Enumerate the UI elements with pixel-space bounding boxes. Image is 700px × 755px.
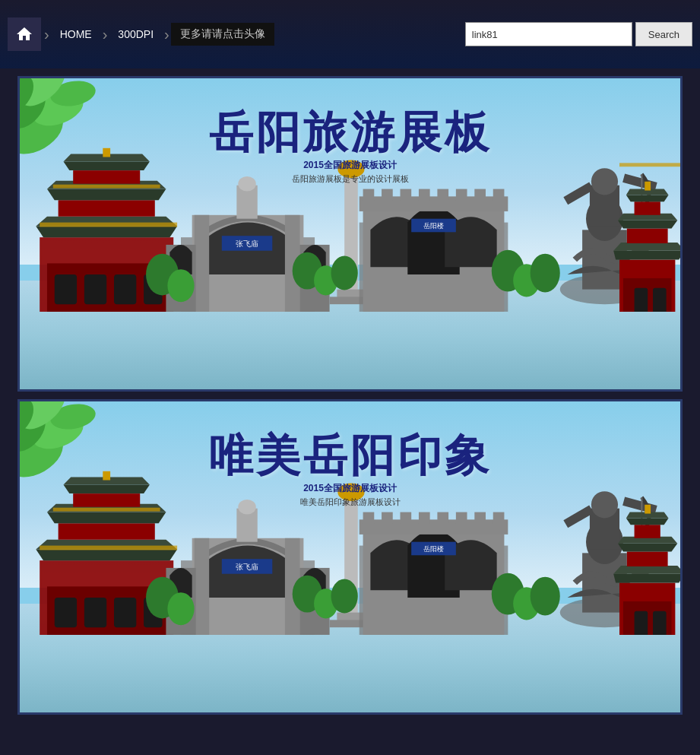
- nav-item-dpi[interactable]: 300DPI: [109, 24, 163, 45]
- svg-rect-101: [40, 545, 177, 550]
- svg-rect-150: [645, 505, 651, 514]
- svg-rect-17: [73, 170, 140, 184]
- svg-rect-123: [419, 512, 430, 523]
- svg-rect-105: [195, 538, 210, 635]
- svg-marker-143: [613, 566, 680, 574]
- banner-subtitle-1: 2015全国旅游展板设计 岳阳旅游展板是专业的设计展板: [292, 159, 409, 185]
- svg-rect-64: [627, 228, 668, 243]
- banner-subtitle-2: 2015全国旅游展板设计 唯美岳阳印象旅游展板设计: [300, 482, 401, 508]
- nav-item-home[interactable]: HOME: [51, 24, 101, 45]
- svg-rect-89: [84, 598, 106, 627]
- svg-rect-94: [59, 523, 155, 540]
- svg-rect-88: [55, 598, 77, 627]
- svg-rect-102: [53, 508, 160, 512]
- svg-rect-135: [563, 505, 594, 528]
- svg-rect-122: [401, 512, 412, 523]
- banner-title-1: 岳阳旅游展板: [209, 103, 492, 163]
- svg-marker-98: [63, 484, 149, 493]
- chevron-2-icon: ›: [103, 26, 108, 43]
- svg-marker-145: [618, 543, 677, 551]
- svg-rect-90: [114, 598, 136, 627]
- svg-rect-46: [474, 189, 486, 200]
- top-navigation: › HOME › 300DPI › 更多请请点击头像 Search: [0, 0, 700, 68]
- svg-rect-44: [437, 189, 448, 200]
- svg-rect-41: [382, 189, 393, 200]
- svg-rect-45: [456, 189, 467, 200]
- svg-marker-148: [626, 518, 669, 525]
- svg-rect-9: [84, 274, 106, 304]
- svg-rect-43: [419, 189, 430, 200]
- main-content: 张飞庙: [0, 68, 700, 755]
- svg-point-155: [331, 579, 358, 613]
- svg-rect-14: [59, 200, 155, 217]
- svg-rect-42: [401, 189, 412, 200]
- svg-rect-60: [635, 287, 648, 311]
- svg-rect-22: [53, 185, 160, 189]
- chevron-1-icon: ›: [44, 26, 49, 43]
- svg-point-152: [167, 592, 194, 625]
- svg-rect-21: [40, 222, 177, 227]
- svg-text:张飞庙: 张飞庙: [236, 563, 258, 571]
- svg-rect-125: [456, 512, 467, 523]
- svg-marker-18: [63, 161, 149, 170]
- banner-title-2: 唯美岳阳印象: [209, 427, 492, 486]
- search-area: Search: [465, 22, 692, 46]
- svg-text:岳阳楼: 岳阳楼: [423, 222, 444, 230]
- svg-marker-95: [47, 512, 166, 523]
- svg-rect-8: [55, 274, 77, 304]
- svg-rect-141: [653, 611, 667, 634]
- search-input[interactable]: [465, 22, 632, 46]
- svg-point-73: [167, 269, 194, 302]
- svg-point-30: [238, 176, 255, 192]
- svg-rect-61: [653, 287, 667, 311]
- svg-marker-92: [36, 549, 177, 560]
- home-icon: [15, 25, 33, 43]
- banner-card-2: 张飞庙: [17, 399, 683, 715]
- svg-rect-71: [619, 163, 680, 167]
- foliage-top-left-2: [17, 399, 111, 485]
- svg-marker-142: [613, 574, 680, 583]
- svg-rect-10: [114, 274, 136, 304]
- svg-rect-67: [635, 201, 660, 215]
- svg-marker-68: [626, 195, 669, 201]
- svg-rect-25: [195, 215, 210, 312]
- banner-card-1: 张飞庙: [17, 76, 683, 392]
- svg-text:张飞庙: 张飞庙: [236, 240, 258, 248]
- svg-text:岳阳楼: 岳阳楼: [423, 545, 444, 553]
- svg-rect-70: [645, 182, 651, 191]
- svg-rect-47: [493, 189, 505, 200]
- svg-marker-12: [36, 226, 177, 237]
- home-nav-item[interactable]: [8, 17, 41, 51]
- svg-rect-97: [73, 493, 140, 507]
- svg-rect-40: [363, 189, 375, 200]
- svg-point-54: [591, 168, 618, 195]
- nav-item-more[interactable]: 更多请请点击头像: [171, 23, 274, 46]
- search-button[interactable]: Search: [635, 22, 692, 46]
- svg-rect-56: [622, 173, 657, 191]
- svg-marker-15: [47, 189, 166, 200]
- svg-marker-63: [613, 243, 680, 251]
- chevron-3-icon: ›: [164, 26, 169, 43]
- svg-rect-124: [437, 512, 448, 523]
- svg-rect-147: [635, 525, 660, 538]
- svg-rect-144: [627, 551, 668, 566]
- svg-point-134: [591, 491, 618, 518]
- svg-rect-140: [635, 611, 648, 634]
- svg-rect-136: [622, 496, 657, 514]
- svg-point-79: [531, 253, 560, 292]
- svg-rect-121: [382, 512, 393, 523]
- svg-point-110: [238, 500, 255, 515]
- svg-point-76: [331, 255, 358, 290]
- foliage-top-left-1: [17, 76, 111, 162]
- svg-rect-120: [363, 512, 375, 523]
- svg-rect-55: [563, 182, 594, 205]
- svg-marker-62: [613, 251, 680, 260]
- svg-rect-127: [493, 512, 505, 523]
- svg-rect-126: [474, 512, 486, 523]
- svg-point-158: [531, 576, 560, 615]
- svg-marker-65: [618, 220, 677, 228]
